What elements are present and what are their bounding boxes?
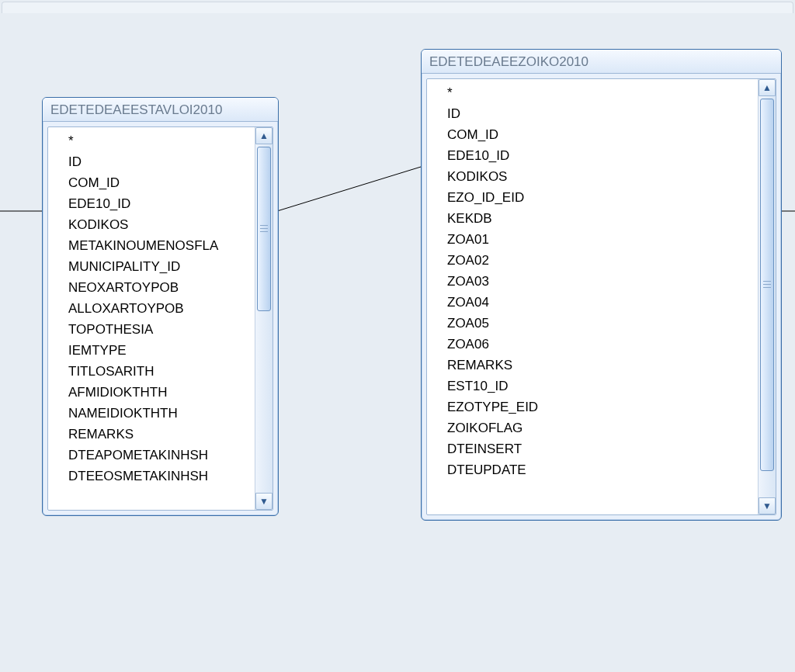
scroll-up-arrow-icon[interactable]: ▲ — [759, 79, 776, 96]
column-item[interactable]: EDE10_ID — [447, 145, 753, 166]
column-item[interactable]: ID — [447, 103, 753, 124]
column-item[interactable]: KODIKOS — [68, 214, 250, 235]
column-item[interactable]: EZO_ID_EID — [447, 187, 753, 208]
column-item[interactable]: ZOA03 — [447, 271, 753, 292]
column-list[interactable]: * ID COM_ID EDE10_ID KODIKOS METAKINOUME… — [48, 127, 255, 510]
scroll-thumb[interactable] — [760, 99, 774, 471]
column-item[interactable]: ALLOXARTOYPOB — [68, 298, 250, 319]
column-item[interactable]: NAMEIDIOKTHTH — [68, 403, 250, 424]
column-item[interactable]: NEOXARTOYPOB — [68, 277, 250, 298]
column-item[interactable]: EZOTYPE_EID — [447, 397, 753, 417]
column-item[interactable]: EDE10_ID — [68, 193, 250, 214]
scrollbar[interactable]: ▲ ▼ — [758, 79, 776, 514]
column-item[interactable]: DTEUPDATE — [447, 459, 753, 480]
table-title[interactable]: EDETEDEAEESTAVLOI2010 — [43, 98, 278, 122]
column-item[interactable]: * — [68, 130, 250, 151]
column-item[interactable]: TOPOTHESIA — [68, 319, 250, 340]
scroll-down-arrow-icon[interactable]: ▼ — [759, 497, 776, 514]
column-item[interactable]: TITLOSARITH — [68, 361, 250, 382]
column-list[interactable]: * ID COM_ID EDE10_ID KODIKOS EZO_ID_EID … — [427, 79, 758, 514]
column-item[interactable]: REMARKS — [68, 424, 250, 445]
column-item[interactable]: COM_ID — [68, 172, 250, 193]
column-item[interactable]: MUNICIPALITY_ID — [68, 256, 250, 277]
column-item[interactable]: REMARKS — [447, 355, 753, 376]
scroll-down-arrow-icon[interactable]: ▼ — [255, 493, 273, 510]
table-edetedeaeezoiko2010[interactable]: EDETEDEAEEZOIKO2010 * ID COM_ID EDE10_ID… — [421, 49, 782, 521]
column-item[interactable]: ZOA04 — [447, 292, 753, 313]
column-item[interactable]: ZOA01 — [447, 229, 753, 250]
column-item[interactable]: DTEINSERT — [447, 438, 753, 459]
column-item[interactable]: COM_ID — [447, 124, 753, 145]
column-item[interactable]: KEKDB — [447, 208, 753, 229]
column-item[interactable]: DTEEOSMETAKINHSH — [68, 466, 250, 487]
table-body: * ID COM_ID EDE10_ID KODIKOS EZO_ID_EID … — [426, 78, 776, 515]
table-title[interactable]: EDETEDEAEEZOIKO2010 — [422, 50, 781, 74]
scrollbar[interactable]: ▲ ▼ — [255, 127, 273, 510]
column-item[interactable]: KODIKOS — [447, 166, 753, 187]
column-item[interactable]: AFMIDIOKTHTH — [68, 382, 250, 403]
column-item[interactable]: ZOA06 — [447, 334, 753, 355]
column-item[interactable]: IEMTYPE — [68, 340, 250, 361]
table-body: * ID COM_ID EDE10_ID KODIKOS METAKINOUME… — [47, 126, 273, 511]
scroll-thumb[interactable] — [257, 147, 271, 311]
column-item[interactable]: DTEAPOMETAKINHSH — [68, 445, 250, 466]
svg-line-1 — [277, 167, 421, 211]
column-item[interactable]: EST10_ID — [447, 376, 753, 397]
column-item[interactable]: ZOA05 — [447, 313, 753, 334]
designer-frame-top — [2, 2, 793, 13]
column-item[interactable]: * — [447, 82, 753, 103]
column-item[interactable]: METAKINOUMENOSFLA — [68, 235, 250, 256]
table-edetedeaeestavloi2010[interactable]: EDETEDEAEESTAVLOI2010 * ID COM_ID EDE10_… — [42, 97, 279, 516]
column-item[interactable]: ZOA02 — [447, 250, 753, 271]
column-item[interactable]: ID — [68, 151, 250, 172]
scroll-up-arrow-icon[interactable]: ▲ — [255, 127, 273, 144]
column-item[interactable]: ZOIKOFLAG — [447, 417, 753, 438]
